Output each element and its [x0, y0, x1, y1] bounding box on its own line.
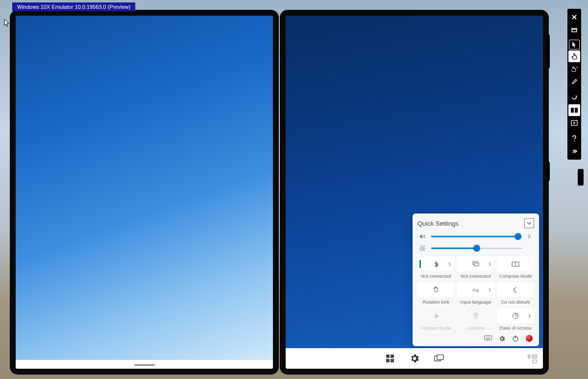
volume-slider[interactable] — [431, 233, 522, 240]
dual-screen-device: Quick Settings — [10, 10, 549, 375]
more-icon — [571, 148, 577, 154]
tile-rotation[interactable] — [417, 283, 454, 297]
hand-multi-icon — [570, 66, 578, 72]
bluetooth-icon — [433, 261, 439, 267]
help-button[interactable] — [568, 133, 580, 144]
fit-icon — [571, 120, 578, 126]
device-edge — [547, 34, 550, 69]
emulator-toolbar — [567, 9, 581, 160]
chevron-right-icon — [528, 314, 531, 318]
tile-compose[interactable] — [497, 257, 534, 271]
start-icon[interactable] — [385, 353, 395, 364]
location-icon — [473, 312, 479, 319]
svg-point-16 — [475, 314, 476, 316]
svg-point-22 — [488, 336, 489, 337]
collapse-button[interactable] — [524, 218, 534, 228]
chevron-right-icon — [488, 288, 491, 292]
ease-icon — [512, 312, 519, 319]
home-indicator[interactable] — [134, 364, 155, 366]
tile-input_lang[interactable]: A字 — [457, 283, 494, 297]
minimize-button[interactable] — [568, 24, 580, 36]
pen-icon — [571, 79, 577, 85]
chevron-right-icon — [488, 262, 491, 266]
emulator-title: Windows 10X Emulator 10.0.19563.0 (Previ… — [12, 2, 135, 11]
svg-line-7 — [420, 250, 421, 251]
gear-icon[interactable] — [409, 353, 420, 364]
tile-airplane — [417, 308, 454, 323]
span-icon — [570, 107, 578, 113]
svg-rect-13 — [435, 288, 438, 292]
keyboard-icon[interactable] — [484, 334, 492, 342]
svg-rect-35 — [571, 108, 574, 113]
chevron-down-icon — [527, 221, 532, 226]
svg-text:字: 字 — [475, 289, 479, 293]
quick-settings-grid: Not connectedNot connectedCompose ModeA字… — [417, 257, 534, 332]
svg-rect-28 — [386, 359, 390, 362]
svg-point-23 — [490, 336, 490, 337]
minimize-icon — [571, 27, 578, 33]
svg-line-8 — [424, 246, 425, 247]
tile-location — [457, 308, 494, 323]
compose-icon — [512, 261, 519, 267]
moon-icon — [513, 287, 518, 293]
single-touch-button[interactable] — [568, 50, 580, 62]
svg-rect-31 — [437, 355, 443, 360]
svg-rect-33 — [572, 28, 577, 32]
tile-ease[interactable] — [497, 308, 534, 323]
close-button[interactable] — [568, 11, 580, 23]
svg-rect-10 — [474, 263, 479, 266]
pointer-button[interactable] — [569, 40, 580, 49]
airplane-icon — [433, 312, 440, 319]
brightness-slider[interactable] — [431, 245, 522, 252]
svg-rect-36 — [575, 108, 578, 113]
svg-rect-29 — [391, 359, 394, 362]
fit-button[interactable] — [568, 117, 580, 129]
volume-icon — [418, 233, 426, 240]
clock-time: 9:33 — [528, 354, 537, 359]
quick-settings-footer — [417, 334, 534, 342]
tile-wifi[interactable] — [457, 257, 494, 271]
svg-line-6 — [424, 250, 425, 251]
tile-label-dnd: Do not disturb — [497, 299, 534, 305]
svg-rect-26 — [386, 355, 390, 358]
tile-label-rotation: Rotation lock — [417, 299, 454, 305]
rotation-icon — [433, 286, 440, 293]
more-button[interactable] — [568, 145, 580, 157]
tile-dnd[interactable] — [497, 283, 534, 297]
cursor-icon — [4, 19, 10, 27]
record-icon[interactable] — [525, 334, 533, 342]
tile-label-compose: Compose Mode — [497, 273, 534, 279]
svg-rect-18 — [485, 336, 492, 340]
left-screen[interactable] — [10, 10, 279, 375]
volume-expand[interactable] — [527, 234, 533, 239]
tile-label-input_lang: Input language — [457, 299, 494, 305]
rotate-button[interactable] — [568, 92, 580, 103]
network-icon — [472, 261, 480, 267]
multi-touch-button[interactable] — [568, 63, 580, 75]
device-edge — [547, 162, 550, 181]
brightness-row — [417, 245, 534, 252]
quick-settings-title: Quick Settings — [417, 220, 459, 227]
tile-label-ease: Ease of Access — [497, 325, 534, 331]
taskbar-clock[interactable]: 9:33 — [528, 354, 537, 363]
tile-bluetooth[interactable] — [417, 257, 454, 271]
rotate-icon — [571, 94, 578, 101]
close-icon — [571, 14, 577, 20]
svg-rect-27 — [391, 355, 394, 358]
pointer-icon — [572, 41, 577, 48]
task-view-icon[interactable] — [434, 353, 444, 364]
svg-rect-19 — [486, 338, 490, 339]
svg-point-21 — [487, 336, 488, 337]
gear-icon[interactable] — [498, 334, 506, 342]
pen-button[interactable] — [568, 76, 580, 88]
help-icon — [572, 135, 577, 142]
power-icon[interactable] — [512, 334, 519, 342]
right-screen[interactable]: Quick Settings — [280, 10, 549, 375]
span-button[interactable] — [568, 104, 580, 116]
svg-point-0 — [421, 247, 424, 250]
svg-point-38 — [574, 141, 575, 142]
tile-label-location: Location — [457, 325, 494, 331]
tile-label-bluetooth: Not connected — [417, 273, 454, 279]
tile-label-wifi: Not connected — [457, 273, 494, 279]
volume-row — [417, 233, 534, 240]
